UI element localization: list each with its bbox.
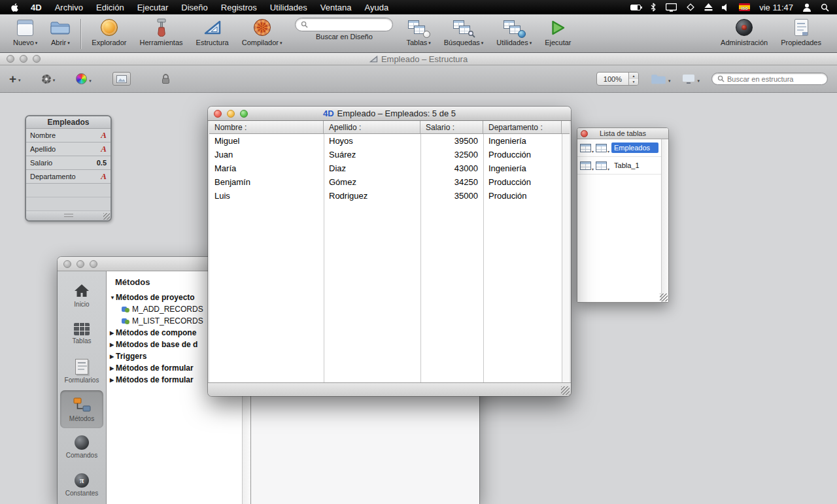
sidebar-item-formularios[interactable]: Formularios [60,352,103,390]
table-row[interactable]: Miguel Hoyos 39500 Ingeniería [209,134,570,148]
close-button[interactable] [63,260,71,268]
structure-search-field[interactable] [711,73,828,85]
toolbar-ejecutar-button[interactable]: Ejecutar [545,18,571,46]
table-name[interactable]: Empleados [611,143,658,153]
toolbar-explorador-button[interactable]: Explorador [92,18,126,46]
close-button[interactable] [214,110,222,118]
records-titlebar[interactable]: 4D Empleado – Empleados: 5 de 5 [208,107,571,121]
table-list-titlebar[interactable]: Lista de tablas [577,128,668,139]
records-window-title: Empleado – Empleados: 5 de 5 [337,109,456,118]
sidebar-item-inicio[interactable]: Inicio [60,277,103,314]
toolbar-nuevo-button[interactable]: Nuevo▾ [13,18,37,46]
design-search-field[interactable] [295,18,393,31]
menu-ayuda[interactable]: Ayuda [358,0,396,14]
table-row[interactable]: María Diaz 43000 Ingeniería [209,161,570,175]
toolbar-estructura-button[interactable]: Estructura [196,18,229,46]
structure-search-input[interactable] [727,75,822,83]
menu-4d[interactable]: 4D [24,0,48,14]
menubar-clock[interactable]: vie 11:47 [759,3,793,12]
triangle-collapsed-icon[interactable]: ▶ [107,342,116,348]
close-button[interactable] [581,130,588,137]
form-icon[interactable] [596,144,607,152]
zoom-button[interactable] [33,55,41,63]
column-header-nombre[interactable]: Nombre : [209,121,324,133]
triangle-expanded-icon[interactable]: ▼ [107,295,116,301]
close-button[interactable] [7,55,14,63]
table-box-title[interactable]: Empleados [26,116,111,129]
bluetooth-icon[interactable] [650,3,657,12]
zoom-button[interactable] [90,260,97,268]
menu-diseno[interactable]: Diseño [175,0,214,14]
table-list-row[interactable]: ▾ ▾ Tabla_1 [577,157,661,175]
sidebar-item-constantes[interactable]: π Constantes [60,466,103,504]
toolbar-tablas-button[interactable]: Tablas▾ [406,18,430,46]
form-icon[interactable] [596,161,607,170]
table-icon[interactable] [580,161,591,170]
menu-ventana[interactable]: Ventana [314,0,358,14]
menu-edicion[interactable]: Edición [90,0,131,14]
resize-grip[interactable] [561,386,570,395]
lock-button[interactable] [161,73,171,84]
triangle-collapsed-icon[interactable]: ▶ [107,377,116,383]
table-icon[interactable] [580,144,591,152]
triangle-collapsed-icon[interactable]: ▶ [107,365,116,371]
triangle-collapsed-icon[interactable]: ▶ [107,354,116,360]
toolbar-administracion-button[interactable]: Administración [721,18,768,46]
field-row[interactable]: ApellidoA [26,143,111,156]
field-row[interactable]: NombreA [26,129,111,143]
minimize-button[interactable] [227,110,235,118]
table-box-empleados[interactable]: Empleados NombreA ApellidoA Salario0.5 D… [25,115,112,222]
zoom-button[interactable] [240,110,248,118]
sidebar-item-metodos[interactable]: Métodos [60,390,103,428]
diagram-view-button[interactable] [112,72,131,86]
color-button[interactable]: ▾ [76,73,92,84]
field-row[interactable]: DepartamentoA [26,170,111,184]
drag-handle-icon[interactable] [64,214,73,217]
toolbar-busquedas-button[interactable]: Búsquedas▾ [444,18,484,46]
column-header-departamento[interactable]: Departamento : [483,121,562,133]
zoom-stepper[interactable]: ▲▼ [628,73,638,85]
method-icon [122,317,129,325]
table-list-row[interactable]: ▾ ▾ Empleados [577,139,661,157]
table-row[interactable]: Luis Rodriguez 35000 Produción [209,189,570,203]
eject-icon[interactable] [704,3,713,11]
battery-icon[interactable] [630,5,641,10]
structure-titlebar[interactable]: Empleado – Estructura [0,53,837,65]
minimize-button[interactable] [20,55,27,63]
diamond-status-icon[interactable] [686,3,695,12]
table-row[interactable]: Juan Suárez 32500 Producción [209,148,570,161]
menu-registros[interactable]: Registros [214,0,264,14]
field-row[interactable]: Salario0.5 [26,156,111,170]
triangle-collapsed-icon[interactable]: ▶ [107,330,116,336]
toolbar-utilidades-button[interactable]: Utilidades▾ [496,18,532,46]
table-list-scrollbar[interactable] [661,139,668,302]
volume-icon[interactable] [722,3,730,12]
display-icon[interactable] [666,3,677,12]
add-table-button[interactable]: +▾ [9,74,21,84]
menu-ejecutar[interactable]: Ejecutar [131,0,175,14]
table-name[interactable]: Tabla_1 [611,160,658,171]
toolbar-propiedades-button[interactable]: Propiedades [781,18,821,46]
resize-grip[interactable] [103,213,110,220]
toolbar-abrir-button[interactable]: Abrir▾ [50,18,70,46]
sidebar-item-tablas[interactable]: Tablas [60,314,103,352]
sidebar-item-comandos[interactable]: Comandos [60,428,103,466]
design-search-input[interactable] [311,21,387,29]
apple-menu[interactable] [0,0,24,14]
minimize-button[interactable] [77,260,84,268]
table-row[interactable]: Benjamín Gómez 34250 Producción [209,175,570,189]
spotlight-search-icon[interactable] [821,3,829,12]
settings-button[interactable]: ▾ [42,75,56,84]
folder-view-button[interactable]: ▾ [651,73,671,84]
column-header-salario[interactable]: Salario : [420,121,483,133]
column-header-apellido[interactable]: Apellido : [324,121,420,133]
resize-grip[interactable] [660,294,668,301]
menu-archivo[interactable]: Archivo [48,0,90,14]
display-view-button[interactable]: ▾ [682,74,700,84]
toolbar-compilador-button[interactable]: Compilador▾ [242,18,282,46]
menu-utilidades[interactable]: Utilidades [264,0,314,14]
fast-user-switching-icon[interactable] [802,3,811,12]
input-source-flag[interactable]: ISO [739,3,750,11]
zoom-control[interactable]: 100% ▲▼ [596,72,639,86]
toolbar-herramientas-button[interactable]: Herramientas [140,18,183,46]
